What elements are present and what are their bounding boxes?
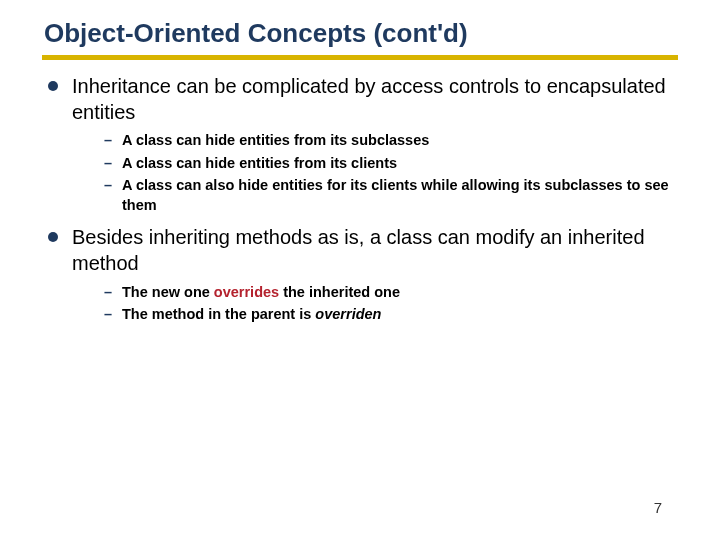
bullet-2-text: Besides inheriting methods as is, a clas… [72,226,645,274]
bullet-2-sub-a-pre: The new one [122,284,214,300]
bullet-1-sub-b: A class can hide entities from its clien… [104,154,678,174]
bullet-2-sublist: The new one overrides the inherited one … [72,283,678,325]
page-number: 7 [654,499,662,516]
overriden-italic: overriden [315,306,381,322]
bullet-1-text: Inheritance can be complicated by access… [72,75,666,123]
title-underline [42,55,678,60]
slide: Object-Oriented Concepts (cont'd) Inheri… [0,0,720,540]
bullet-1-sublist: A class can hide entities from its subcl… [72,131,678,215]
overrides-highlight: overrides [214,284,279,300]
bullet-list: Inheritance can be complicated by access… [42,74,678,325]
bullet-2-sub-a: The new one overrides the inherited one [104,283,678,303]
bullet-1-sub-a: A class can hide entities from its subcl… [104,131,678,151]
bullet-2-sub-b: The method in the parent is overriden [104,305,678,325]
bullet-2: Besides inheriting methods as is, a clas… [48,225,678,324]
bullet-2-sub-a-post: the inherited one [279,284,400,300]
bullet-2-sub-b-pre: The method in the parent is [122,306,315,322]
bullet-1: Inheritance can be complicated by access… [48,74,678,215]
bullet-1-sub-c: A class can also hide entities for its c… [104,176,678,215]
slide-title: Object-Oriented Concepts (cont'd) [44,18,678,49]
